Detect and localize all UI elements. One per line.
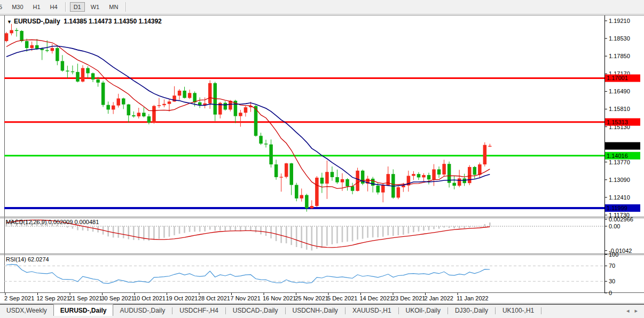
tab-divider <box>447 307 448 314</box>
price-axis-tick-label: 1.16490 <box>609 88 630 94</box>
candle-body <box>397 187 400 197</box>
tab-divider <box>398 307 399 314</box>
timeframe-m5-button[interactable]: 5 <box>0 2 6 12</box>
macd-histogram-bar <box>469 226 470 227</box>
candle-body <box>351 186 355 191</box>
macd-histogram-bar <box>449 226 450 228</box>
macd-histogram-bar <box>159 226 160 239</box>
macd-histogram-bar <box>296 226 297 247</box>
timeframe-h1-button[interactable]: H1 <box>29 2 44 12</box>
macd-histogram-bar <box>392 226 394 236</box>
tab-ukoil-daily[interactable]: UKOil-,Daily <box>399 305 447 316</box>
chart-background[interactable] <box>0 14 644 304</box>
candle-body <box>30 45 34 48</box>
macd-histogram-bar <box>224 226 226 230</box>
macd-histogram-bar <box>352 226 354 241</box>
tab-eurusd-daily[interactable]: EURUSD-,Daily <box>53 304 114 316</box>
candle-body <box>76 72 80 82</box>
price-axis-tick-label: 1.18530 <box>609 35 630 42</box>
tab-dj30-daily[interactable]: DJ30-,Daily <box>449 305 494 316</box>
candle-body <box>376 186 380 193</box>
price-chart-canvas[interactable]: 1.192101.185301.178501.171701.164901.158… <box>0 0 644 318</box>
tab-usdx-weekly[interactable]: USDX,Weekly <box>0 305 53 316</box>
tab-usdcad-daily[interactable]: USDCAD-,Daily <box>226 305 285 316</box>
tab-scroll-left-icon[interactable]: ◂ <box>626 307 630 314</box>
candle-body <box>305 195 309 209</box>
candle-body <box>106 105 110 110</box>
macd-histogram-bar <box>209 226 211 230</box>
timeframe-mn-button[interactable]: MN <box>105 2 122 12</box>
tab-divider <box>541 307 541 314</box>
date-axis-label: 23 Dec 2021 <box>392 295 425 301</box>
candle-body <box>244 107 248 113</box>
macd-histogram-bar <box>408 226 410 234</box>
price-axis-badge-text: 1.14016 <box>607 153 628 159</box>
candle-body <box>162 104 166 105</box>
macd-histogram-bar <box>230 226 231 230</box>
tab-divider <box>285 307 286 314</box>
macd-histogram-bar <box>189 226 191 232</box>
candle-body <box>183 91 186 98</box>
macd-histogram-bar <box>286 226 287 243</box>
macd-axis-tick-label: 0.002966 <box>609 216 633 222</box>
candle-body <box>61 61 65 70</box>
candle-body <box>432 169 436 179</box>
macd-histogram-bar <box>464 226 465 228</box>
candle-body <box>274 164 278 177</box>
candle-body <box>208 83 212 104</box>
macd-histogram-bar <box>433 226 435 229</box>
timeframe-d1-button[interactable]: D1 <box>70 2 85 12</box>
macd-histogram-bar <box>321 226 323 248</box>
price-axis-tick-label: 1.13090 <box>609 177 630 183</box>
candle-body <box>356 171 359 191</box>
price-axis-tick-label: 1.17850 <box>609 53 630 59</box>
macd-axis-tick-label: 0.00 <box>609 223 620 229</box>
candle-body <box>96 79 100 83</box>
candle-body <box>315 178 319 206</box>
candle-body <box>178 91 182 96</box>
timeframe-h4-button[interactable]: H4 <box>46 2 61 12</box>
candle-body <box>468 167 472 183</box>
candle-body <box>473 167 477 175</box>
candle-body <box>116 99 120 106</box>
candle-body <box>229 101 232 110</box>
tab-uk100-h1[interactable]: UK100-,H1 <box>496 305 540 316</box>
candle-body <box>381 185 385 193</box>
candle-body <box>442 164 446 174</box>
macd-histogram-bar <box>387 226 389 235</box>
macd-histogram-bar <box>123 226 124 238</box>
candle-body <box>387 174 390 185</box>
tab-xauusd-h1[interactable]: XAUUSD-,H1 <box>346 305 398 316</box>
candle-body <box>310 206 314 208</box>
candle-body <box>152 106 156 123</box>
timeframe-m30-button[interactable]: M30 <box>8 2 27 12</box>
price-axis-tick-label: 1.15810 <box>609 106 630 112</box>
candle-body <box>463 178 467 183</box>
date-axis-label: 28 Oct 2021 <box>198 295 230 301</box>
chart-tab-bar: USDX,Weekly EURUSD-,Daily AUDUSD-,Daily … <box>0 304 644 316</box>
macd-histogram-bar <box>138 226 139 240</box>
macd-histogram-bar <box>474 226 475 227</box>
macd-histogram-bar <box>265 226 267 236</box>
candle-body <box>331 172 334 177</box>
candle-body <box>224 103 227 110</box>
candle-body <box>289 163 293 185</box>
date-axis-label: 30 Sep 2021 <box>101 295 135 301</box>
macd-histogram-bar <box>347 226 348 242</box>
candle-body <box>15 30 19 30</box>
macd-histogram-bar <box>219 226 221 230</box>
candle-body <box>5 33 9 41</box>
candle-body <box>147 116 151 123</box>
candle-body <box>437 169 441 174</box>
macd-histogram-bar <box>245 226 247 231</box>
tab-usdchf-h4[interactable]: USDCHF-,H4 <box>173 305 225 316</box>
chart-title: ▼EURUSD-,Daily 1.14385 1.14473 1.14350 1… <box>7 18 162 25</box>
candle-body <box>81 68 85 82</box>
tab-usdcnh-daily[interactable]: USDCNH-,Daily <box>286 305 344 316</box>
tab-audusd-daily[interactable]: AUDUSD-,Daily <box>113 305 171 316</box>
timeframe-w1-button[interactable]: W1 <box>87 2 104 12</box>
symbol-dropdown-icon[interactable]: ▼ <box>7 19 12 25</box>
tab-scroll-right-icon[interactable]: ▸ <box>634 307 638 314</box>
macd-histogram-bar <box>128 226 129 239</box>
candle-body <box>25 41 29 48</box>
